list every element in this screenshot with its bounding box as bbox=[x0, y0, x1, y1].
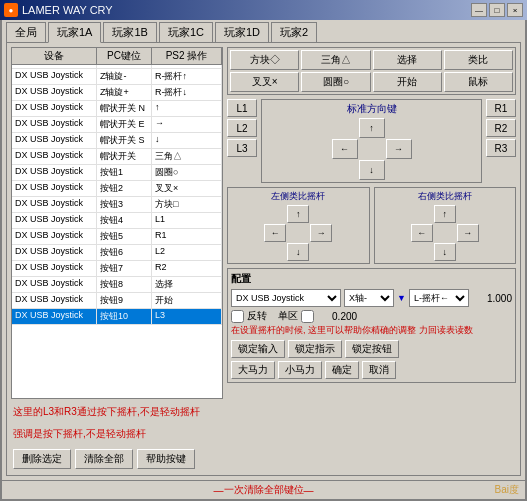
l1-button[interactable]: L1 bbox=[227, 99, 257, 117]
l3-button[interactable]: L3 bbox=[227, 139, 257, 157]
table-row[interactable]: DX USB JoystickZ轴旋+R-摇杆↓ bbox=[12, 85, 222, 101]
dpad-left-button[interactable]: ← bbox=[332, 139, 358, 159]
table-cell: 按钮7 bbox=[97, 261, 152, 276]
rstick-right[interactable]: → bbox=[457, 224, 479, 242]
ps2-analog-button[interactable]: 类比 bbox=[444, 50, 513, 70]
ps2-square-button[interactable]: 方块◇ bbox=[230, 50, 299, 70]
table-row[interactable]: DX USB Joystick帽状开关 E→ bbox=[12, 117, 222, 133]
table-row[interactable]: DX USB Joystick按钮7R2 bbox=[12, 261, 222, 277]
l2-button[interactable]: L2 bbox=[227, 119, 257, 137]
big-force-button[interactable]: 大马力 bbox=[231, 361, 275, 379]
ps2-cross-button[interactable]: 叉叉× bbox=[230, 72, 299, 92]
table-row[interactable]: DX USB Joystick按钮10L3 bbox=[12, 309, 222, 325]
tab-player2[interactable]: 玩家2 bbox=[271, 22, 317, 42]
table-row[interactable]: DX USB Joystick按钮9开始 bbox=[12, 293, 222, 309]
table-cell: 方块□ bbox=[152, 197, 222, 212]
table-row[interactable]: DX USB JoystickZ轴旋-R-摇杆↑ bbox=[12, 69, 222, 85]
table-cell: 按钮9 bbox=[97, 293, 152, 308]
table-cell: DX USB Joystick bbox=[12, 149, 97, 164]
small-force-button[interactable]: 小马力 bbox=[278, 361, 322, 379]
delete-selected-button[interactable]: 删除选定 bbox=[13, 449, 71, 469]
reverse-checkbox[interactable] bbox=[231, 310, 244, 323]
table-cell: DX USB Joystick bbox=[12, 117, 97, 132]
lstick-right[interactable]: → bbox=[310, 224, 332, 242]
r2-button[interactable]: R2 bbox=[486, 119, 516, 137]
ps2-select-button[interactable]: 选择 bbox=[373, 50, 442, 70]
maximize-button[interactable]: □ bbox=[489, 3, 505, 17]
tab-global[interactable]: 全局 bbox=[6, 22, 46, 42]
tab-player1a[interactable]: 玩家1A bbox=[48, 22, 101, 43]
table-cell: DX USB Joystick bbox=[12, 101, 97, 116]
deadzone-checkbox[interactable] bbox=[301, 310, 314, 323]
dpad-right-button[interactable]: → bbox=[386, 139, 412, 159]
lstick-down[interactable]: ↓ bbox=[287, 243, 309, 261]
dpad-down-button[interactable]: ↓ bbox=[359, 160, 385, 180]
help-keys-button[interactable]: 帮助按键 bbox=[137, 449, 195, 469]
main-window: 全局 玩家1A 玩家1B 玩家1C 玩家1D 玩家2 设备 PC键位 PS2 操… bbox=[0, 20, 527, 501]
config-device-select[interactable]: DX USB Joystick bbox=[231, 289, 341, 307]
title-text: LAMER WAY CRY bbox=[22, 4, 113, 16]
table-row[interactable]: DX USB Joystick帽状开关三角△ bbox=[12, 149, 222, 165]
header-ps2: PS2 操作 bbox=[152, 48, 222, 64]
close-button[interactable]: × bbox=[507, 3, 523, 17]
table-row[interactable]: DX USB Joystick按钮4L1 bbox=[12, 213, 222, 229]
lstick-up[interactable]: ↑ bbox=[287, 205, 309, 223]
table-cell: DX USB Joystick bbox=[12, 165, 97, 180]
cancel-button[interactable]: 取消 bbox=[362, 361, 396, 379]
right-stick-box: 右侧类比摇杆 ↑ ← → ↓ bbox=[374, 187, 516, 264]
config-value-label: 1.000 bbox=[472, 293, 512, 304]
clear-all-button[interactable]: 清除全部 bbox=[75, 449, 133, 469]
lock-directions-button[interactable]: 锁定指示 bbox=[288, 340, 342, 358]
r-buttons-group: R1 R2 R3 bbox=[486, 99, 516, 157]
config-mapping-select[interactable]: L-摇杆←R-摇杆↑ bbox=[409, 289, 469, 307]
confirm-button[interactable]: 确定 bbox=[325, 361, 359, 379]
ps2-triangle-button[interactable]: 三角△ bbox=[301, 50, 370, 70]
footer-label: 一次清除全部键位 bbox=[224, 483, 304, 497]
dpad-grid: ↑ ← → ↓ bbox=[264, 118, 479, 180]
table-row[interactable]: DX USB Joystick帽状开关 S↓ bbox=[12, 133, 222, 149]
table-cell: DX USB Joystick bbox=[12, 309, 97, 324]
tab-player1d[interactable]: 玩家1D bbox=[215, 22, 269, 42]
lstick-left[interactable]: ← bbox=[264, 224, 286, 242]
table-cell: DX USB Joystick bbox=[12, 85, 97, 100]
ps2-mouse-button[interactable]: 鼠标 bbox=[444, 72, 513, 92]
table-cell: 叉叉× bbox=[152, 181, 222, 196]
dpad-up-button[interactable]: ↑ bbox=[359, 118, 385, 138]
r1-button[interactable]: R1 bbox=[486, 99, 516, 117]
config-axis-select[interactable]: X轴-Y轴-Z轴- bbox=[344, 289, 394, 307]
table-cell: L1 bbox=[152, 213, 222, 228]
watermark: Bai度 bbox=[495, 483, 519, 497]
stick-section: 左侧类比摇杆 ↑ ← → ↓ 右侧类比摇杆 bbox=[227, 187, 516, 264]
table-row[interactable]: DX USB Joystick帽状开关 N↑ bbox=[12, 101, 222, 117]
table-row[interactable]: DX USB Joystick按钮2叉叉× bbox=[12, 181, 222, 197]
config-device-row: DX USB Joystick X轴-Y轴-Z轴- ▼ L-摇杆←R-摇杆↑ 1… bbox=[231, 289, 512, 307]
ps2-start-button[interactable]: 开始 bbox=[373, 72, 442, 92]
rstick-down[interactable]: ↓ bbox=[434, 243, 456, 261]
lock-buttons-button[interactable]: 锁定按钮 bbox=[345, 340, 399, 358]
table-row[interactable]: DX USB Joystick按钮8选择 bbox=[12, 277, 222, 293]
table-cell: ↑ bbox=[152, 101, 222, 116]
table-row[interactable]: DX USB Joystick按钮6L2 bbox=[12, 245, 222, 261]
r3-button[interactable]: R3 bbox=[486, 139, 516, 157]
lock-input-button[interactable]: 锁定输入 bbox=[231, 340, 285, 358]
minimize-button[interactable]: — bbox=[471, 3, 487, 17]
table-cell: 按钮2 bbox=[97, 181, 152, 196]
tab-player1b[interactable]: 玩家1B bbox=[103, 22, 156, 42]
table-row[interactable]: DX USB Joystick按钮1圆圈○ bbox=[12, 165, 222, 181]
rstick-left[interactable]: ← bbox=[411, 224, 433, 242]
table-cell: DX USB Joystick bbox=[12, 65, 97, 68]
table-body[interactable]: DX USB JoystickY轴-R-摇杆↑DX USB JoystickY轴… bbox=[12, 65, 222, 325]
table-cell: 开始 bbox=[152, 293, 222, 308]
table-row[interactable]: DX USB Joystick按钮5R1 bbox=[12, 229, 222, 245]
right-stick-dpad: ↑ ← → ↓ bbox=[377, 205, 513, 261]
l-buttons-group: L1 L2 L3 bbox=[227, 99, 257, 157]
table-cell: DX USB Joystick bbox=[12, 197, 97, 212]
table-cell: DX USB Joystick bbox=[12, 261, 97, 276]
table-cell: 帽状开关 S bbox=[97, 133, 152, 148]
rstick-up[interactable]: ↑ bbox=[434, 205, 456, 223]
ps2-circle-button[interactable]: 圆圈○ bbox=[301, 72, 370, 92]
window-controls: — □ × bbox=[471, 3, 523, 17]
table-cell: → bbox=[152, 117, 222, 132]
table-row[interactable]: DX USB Joystick按钮3方块□ bbox=[12, 197, 222, 213]
tab-player1c[interactable]: 玩家1C bbox=[159, 22, 213, 42]
